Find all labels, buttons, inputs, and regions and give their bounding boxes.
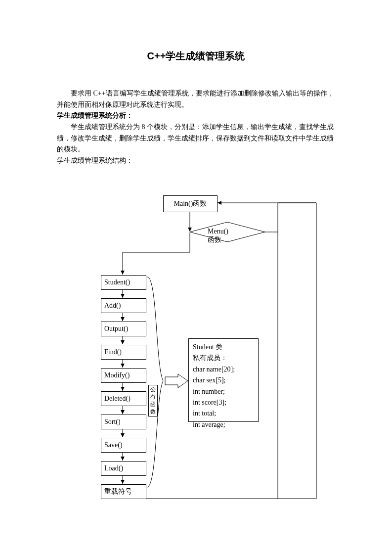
diagram-lines bbox=[0, 0, 392, 555]
func-student: Student() bbox=[101, 275, 146, 290]
func-add: Add() bbox=[101, 298, 146, 313]
page-title: C++学生成绩管理系统 bbox=[0, 49, 392, 63]
main-label: Main()函数 bbox=[174, 199, 207, 208]
func-save: Save() bbox=[101, 438, 146, 453]
intro-block: 要求用 C++语言编写学生成绩管理系统，要求能进行添加删除修改输入输出等的操作，… bbox=[57, 88, 336, 167]
intro-p3: 学生成绩管理系统结构： bbox=[57, 157, 133, 164]
func-label: Modify() bbox=[104, 371, 130, 379]
svg-marker-6 bbox=[121, 271, 125, 275]
func-modify: Modify() bbox=[101, 368, 146, 383]
func-label: Deleted() bbox=[104, 395, 131, 403]
func-overload: 重载符号 bbox=[101, 484, 146, 499]
svg-marker-32 bbox=[121, 387, 125, 391]
func-sort: Sort() bbox=[101, 415, 146, 429]
svg-marker-31 bbox=[121, 364, 125, 368]
func-load: Load() bbox=[101, 461, 146, 476]
class-member: int average; bbox=[193, 421, 225, 428]
svg-marker-16 bbox=[218, 201, 221, 205]
func-find: Find() bbox=[101, 345, 146, 360]
func-label: Load() bbox=[104, 464, 123, 472]
func-label: Sort() bbox=[104, 418, 121, 426]
func-label: Find() bbox=[104, 348, 122, 356]
class-member: int total; bbox=[193, 410, 216, 417]
func-label: Output() bbox=[104, 325, 128, 333]
func-label: Add() bbox=[104, 302, 121, 310]
svg-marker-35 bbox=[121, 457, 125, 461]
svg-marker-30 bbox=[121, 340, 125, 344]
func-label: Student() bbox=[104, 278, 130, 286]
func-label: Save() bbox=[104, 441, 123, 449]
intro-p2: 学生成绩管理系统分为 8 个模块，分别是：添加学生信息，输出学生成绩，查找学生成… bbox=[57, 122, 336, 155]
intro-p1: 要求用 C++语言编写学生成绩管理系统，要求能进行添加删除修改输入输出等的操作，… bbox=[57, 88, 336, 110]
svg-marker-33 bbox=[121, 410, 125, 414]
main-box: Main()函数 bbox=[163, 195, 218, 212]
class-member: char name[20]; bbox=[193, 366, 235, 373]
class-box: Student 类 私有成员： char name[20]; char sex[… bbox=[188, 338, 259, 422]
class-subtitle: 私有成员： bbox=[193, 354, 227, 362]
func-label: 重载符号 bbox=[104, 487, 132, 496]
func-output: Output() bbox=[101, 322, 146, 336]
func-deleted: Deleted() bbox=[101, 391, 146, 406]
menu-label: Menu()函数 bbox=[208, 228, 228, 244]
svg-marker-36 bbox=[121, 480, 125, 484]
class-member: int number; bbox=[193, 388, 225, 395]
class-member: char sex[5]; bbox=[193, 376, 225, 384]
class-member: int score[3]; bbox=[193, 399, 226, 406]
intro-heading: 学生成绩管理系统分析： bbox=[57, 112, 133, 119]
svg-marker-29 bbox=[121, 317, 125, 321]
svg-marker-2 bbox=[188, 228, 192, 231]
arrow-label: 公有函数 bbox=[148, 385, 158, 416]
svg-marker-34 bbox=[121, 433, 125, 437]
class-title: Student 类 bbox=[193, 343, 222, 351]
svg-marker-28 bbox=[121, 294, 125, 298]
